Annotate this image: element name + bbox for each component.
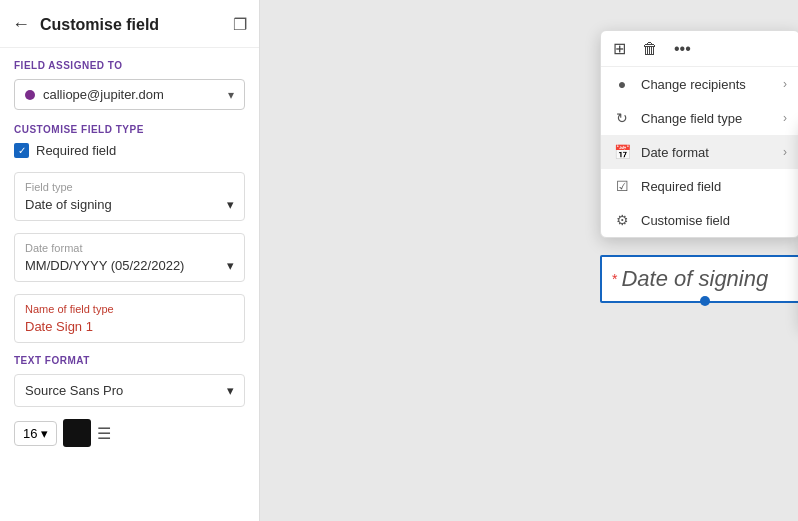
customise-field-item[interactable]: ⚙ Customise field: [601, 203, 798, 237]
check-square-icon: ☑: [613, 178, 631, 194]
required-checkbox[interactable]: ✓: [14, 143, 29, 158]
trash-icon[interactable]: 🗑: [642, 40, 658, 58]
customise-field-label: Customise field: [641, 213, 787, 228]
date-format-value: MM/DD/YYYY (05/22/2022): [25, 258, 184, 273]
required-field-item[interactable]: ☑ Required field: [601, 169, 798, 203]
right-area: ⊞ 🗑 ••• ● Change recipients › ↻ Change f…: [260, 0, 798, 521]
field-type-value-row[interactable]: Date of signing ▾: [25, 197, 234, 212]
field-assigned-label: FIELD ASSIGNED TO: [14, 60, 245, 71]
change-field-type-arrow: ›: [783, 111, 787, 125]
canvas-field[interactable]: * Date of signing: [600, 255, 798, 303]
change-field-type-item[interactable]: ↻ Change field type ›: [601, 101, 798, 135]
field-type-group: Field type Date of signing ▾: [14, 172, 245, 221]
name-of-field-label: Name of field type: [25, 303, 234, 315]
name-of-field-value[interactable]: Date Sign 1: [25, 319, 234, 334]
circle-icon: ●: [613, 76, 631, 92]
font-chevron: ▾: [227, 383, 234, 398]
refresh-icon: ↻: [613, 110, 631, 126]
recipient-dot: [25, 90, 35, 100]
back-button[interactable]: ←: [12, 14, 30, 35]
font-size-box[interactable]: 16 ▾: [14, 421, 57, 446]
date-format-chevron: ▾: [227, 258, 234, 273]
date-format-menu-label: Date format: [641, 145, 773, 160]
color-swatch[interactable]: [63, 419, 91, 447]
font-size-chevron: ▾: [41, 426, 48, 441]
font-row: 16 ▾ ☰: [14, 419, 245, 447]
recipient-email: calliope@jupiter.dom: [43, 87, 220, 102]
change-recipients-item[interactable]: ● Change recipients ›: [601, 67, 798, 101]
name-of-field-group: Name of field type Date Sign 1: [14, 294, 245, 343]
field-placeholder: Date of signing: [621, 266, 768, 292]
field-type-value: Date of signing: [25, 197, 112, 212]
field-type-chevron: ▾: [227, 197, 234, 212]
left-panel: ← Customise field ❐ FIELD ASSIGNED TO ca…: [0, 0, 260, 521]
date-format-arrow: ›: [783, 145, 787, 159]
grid-icon[interactable]: ⊞: [613, 39, 626, 58]
panel-body: FIELD ASSIGNED TO calliope@jupiter.dom ▾…: [0, 48, 259, 469]
sliders-icon: ⚙: [613, 212, 631, 228]
align-icon[interactable]: ☰: [97, 424, 111, 443]
customise-type-label: CUSTOMISE FIELD TYPE: [14, 124, 245, 135]
panel-header: ← Customise field ❐: [0, 0, 259, 48]
font-group: Source Sans Pro ▾: [14, 374, 245, 407]
calendar-icon: 📅: [613, 144, 631, 160]
required-field-menu-label: Required field: [641, 179, 787, 194]
menu-toolbar: ⊞ 🗑 •••: [601, 31, 798, 67]
field-type-label: Field type: [25, 181, 234, 193]
date-format-value-row[interactable]: MM/DD/YYYY (05/22/2022) ▾: [25, 258, 234, 273]
copy-icon[interactable]: ❐: [233, 15, 247, 34]
panel-title: Customise field: [40, 16, 159, 34]
change-recipients-label: Change recipients: [641, 77, 773, 92]
text-format-label: TEXT FORMAT: [14, 355, 245, 366]
date-format-item[interactable]: 📅 Date format ›: [601, 135, 798, 169]
date-format-group: Date format MM/DD/YYYY (05/22/2022) ▾: [14, 233, 245, 282]
recipient-chevron: ▾: [228, 88, 234, 102]
more-icon[interactable]: •••: [674, 40, 691, 58]
date-format-label: Date format: [25, 242, 234, 254]
change-field-type-label: Change field type: [641, 111, 773, 126]
recipient-dropdown[interactable]: calliope@jupiter.dom ▾: [14, 79, 245, 110]
field-asterisk: *: [612, 271, 617, 287]
context-menu: ⊞ 🗑 ••• ● Change recipients › ↻ Change f…: [600, 30, 798, 238]
required-field-label: Required field: [36, 143, 116, 158]
font-value-row[interactable]: Source Sans Pro ▾: [25, 383, 234, 398]
change-recipients-arrow: ›: [783, 77, 787, 91]
required-field-row: ✓ Required field: [14, 143, 245, 158]
resize-handle[interactable]: [700, 296, 710, 306]
font-size-value: 16: [23, 426, 37, 441]
font-name: Source Sans Pro: [25, 383, 123, 398]
